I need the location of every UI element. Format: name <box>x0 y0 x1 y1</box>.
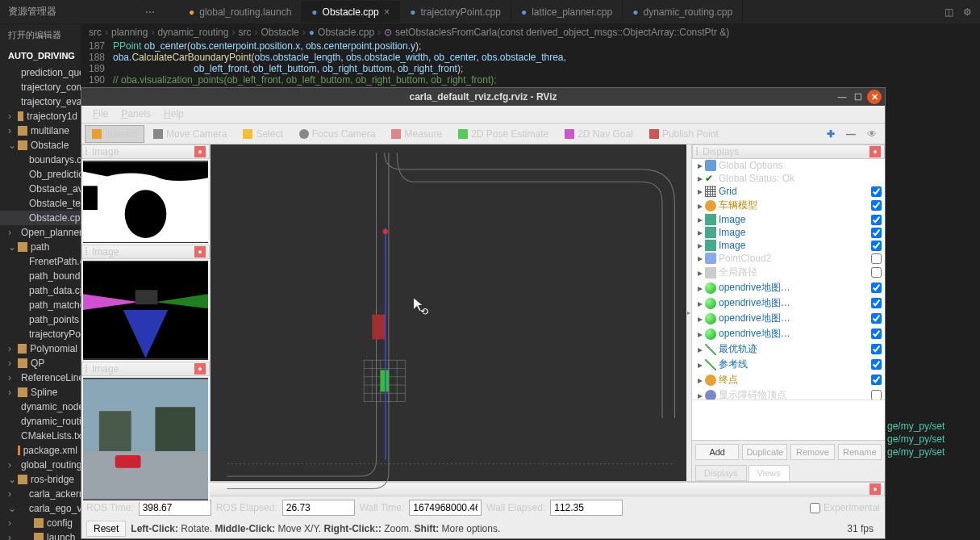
tool-move-camera[interactable]: Move Camera <box>146 125 234 143</box>
menu-help[interactable]: Help <box>157 106 190 123</box>
expand-icon[interactable]: ▸ <box>695 375 705 386</box>
display-item[interactable]: ▸车辆模型 <box>692 198 885 213</box>
display-item[interactable]: ▸Global Options <box>692 159 885 172</box>
expand-icon[interactable]: ▸ <box>695 329 705 340</box>
explorer-item[interactable]: carla_ego_vehicle <box>0 501 81 516</box>
open-editors-label[interactable]: 打开的编辑器 <box>0 24 81 46</box>
display-checkbox[interactable] <box>871 267 882 278</box>
explorer-item[interactable]: Open_planner <box>0 225 81 240</box>
close-icon[interactable]: ● <box>194 246 206 257</box>
image-panel-3-header[interactable]: ⦙Image● <box>81 362 210 376</box>
close-icon[interactable]: ● <box>194 146 206 157</box>
duplicate-button[interactable]: Duplicate <box>742 444 787 460</box>
display-item[interactable]: ▸opendrive地图… <box>692 295 885 311</box>
code-editor[interactable]: src› planning› dynamic_routing› src› Obs… <box>81 24 956 89</box>
explorer-item[interactable]: Obstacle.cpp <box>0 211 81 225</box>
workspace-root[interactable]: AUTO_DRIVING <box>0 46 81 65</box>
explorer-item[interactable]: trajectory_combiner.cpp <box>0 80 81 94</box>
explorer-item[interactable]: Spline <box>0 385 81 400</box>
tab-dynamic-routing[interactable]: ●dynamic_routing.cpp <box>623 1 743 23</box>
explorer-item[interactable]: Obstacle <box>0 138 81 153</box>
tool-interact[interactable]: Interact <box>85 125 144 143</box>
gear-icon[interactable]: ⚙ <box>963 6 972 18</box>
expand-icon[interactable]: ▸ <box>695 298 705 309</box>
explorer-item[interactable]: prediction_querier.cpp <box>0 65 81 80</box>
minimap[interactable] <box>956 24 980 540</box>
tool-remove-icon[interactable]: — <box>841 125 861 143</box>
tab-trajectory-point[interactable]: ●trajectoryPoint.cpp <box>400 1 511 23</box>
display-checkbox[interactable] <box>871 313 882 324</box>
expand-icon[interactable]: ▸ <box>695 313 705 324</box>
display-item[interactable]: ▸Image <box>692 239 885 252</box>
display-item[interactable]: ▸Image <box>692 226 885 239</box>
explorer-item[interactable]: config <box>0 516 81 530</box>
explorer-item[interactable]: package.xml <box>0 443 81 458</box>
explorer-item[interactable]: path_data.cpp <box>0 283 81 298</box>
close-icon[interactable]: × <box>384 6 390 18</box>
explorer-item[interactable]: Obstacle_test <box>0 196 81 211</box>
explorer-item[interactable]: boundarys.cpp <box>0 153 81 167</box>
expand-icon[interactable]: ▸ <box>695 359 705 370</box>
display-item[interactable]: ▸全局路径 <box>692 265 885 280</box>
tab-global-routing[interactable]: ●global_routing.launch <box>179 1 302 23</box>
displays-header[interactable]: ⦙Displays● <box>692 144 885 159</box>
expand-icon[interactable]: ▸ <box>695 214 705 225</box>
display-item[interactable]: ▸✔Global Status: Ok <box>692 172 885 185</box>
display-checkbox[interactable] <box>871 375 882 385</box>
rviz-3d-view[interactable]: ⟲ <box>211 144 691 481</box>
explorer-item[interactable]: dynamic_routing <box>0 414 81 429</box>
display-checkbox[interactable] <box>871 186 882 197</box>
explorer-item[interactable]: trajectory_evaluator.cpp <box>0 94 81 109</box>
display-item[interactable]: ▸Image <box>692 213 885 226</box>
expand-icon[interactable]: ▸ <box>695 173 705 184</box>
rename-button[interactable]: Rename <box>838 444 882 460</box>
expand-icon[interactable]: ▸ <box>695 283 705 294</box>
tab-displays[interactable]: Displays <box>695 465 747 481</box>
explorer-item[interactable]: FrenetPath.cpp <box>0 254 81 269</box>
breadcrumb[interactable]: src› planning› dynamic_routing› src› Obs… <box>81 24 956 40</box>
tool-publish-point[interactable]: Publish Point <box>642 125 726 143</box>
tab-lattice-planner[interactable]: ●lattice_planner.cpp <box>511 1 623 23</box>
expand-icon[interactable]: ▸ <box>695 200 705 211</box>
close-icon[interactable]: ● <box>869 146 881 157</box>
explorer-item[interactable]: dynamic_node <box>0 400 81 414</box>
explorer-item[interactable]: path <box>0 240 81 254</box>
rviz-titlebar[interactable]: carla_default_rviz.cfg.rviz - RViz — ☐ ✕ <box>81 88 885 106</box>
close-icon[interactable]: ● <box>869 483 881 495</box>
display-checkbox[interactable] <box>871 200 882 211</box>
image-panel-1-header[interactable]: ⦙Image● <box>81 144 210 159</box>
explorer-item[interactable]: QP <box>0 356 81 370</box>
explorer-item[interactable]: trajectoryPoint <box>0 327 81 341</box>
splitter-right[interactable]: ▸ <box>686 144 691 481</box>
wall-time-input[interactable] <box>409 500 482 516</box>
explorer-item[interactable]: path_matcher <box>0 298 81 312</box>
display-item[interactable]: ▸opendrive地图… <box>692 280 885 295</box>
close-button[interactable]: ✕ <box>867 90 882 104</box>
display-item[interactable]: ▸最优轨迹 <box>692 341 885 357</box>
explorer-item[interactable]: multilane <box>0 123 81 138</box>
ros-time-input[interactable] <box>139 500 211 516</box>
display-checkbox[interactable] <box>871 253 882 264</box>
explorer-item[interactable]: ReferenceLine <box>0 370 81 385</box>
overflow-icon[interactable]: ⋯ <box>145 6 155 18</box>
expand-icon[interactable]: ▸ <box>695 240 705 251</box>
experimental-checkbox[interactable] <box>810 503 820 513</box>
display-item[interactable]: ▸Grid <box>692 185 885 198</box>
close-icon[interactable]: ● <box>194 363 206 375</box>
tab-views[interactable]: Views <box>749 465 790 481</box>
display-item[interactable]: ▸opendrive地图… <box>692 326 885 341</box>
tool-pose-estimate[interactable]: 2D Pose Estimate <box>451 125 556 143</box>
menu-panels[interactable]: Panels <box>115 106 157 123</box>
explorer-item[interactable]: path_points <box>0 312 81 327</box>
explorer-item[interactable]: CMakeLists.txt <box>0 429 81 443</box>
expand-icon[interactable]: ▸ <box>695 390 705 400</box>
display-item[interactable]: ▸终点 <box>692 372 885 387</box>
tool-measure[interactable]: Measure <box>384 125 449 143</box>
display-checkbox[interactable] <box>871 228 882 238</box>
minimize-button[interactable]: — <box>835 90 849 104</box>
expand-icon[interactable]: ▸ <box>695 267 705 278</box>
explorer-item[interactable]: Obstacle_avoid <box>0 182 81 196</box>
display-checkbox[interactable] <box>871 344 882 354</box>
tab-obstacle[interactable]: ●Obstacle.cpp× <box>302 1 400 23</box>
tool-nav-goal[interactable]: 2D Nav Goal <box>557 125 640 143</box>
